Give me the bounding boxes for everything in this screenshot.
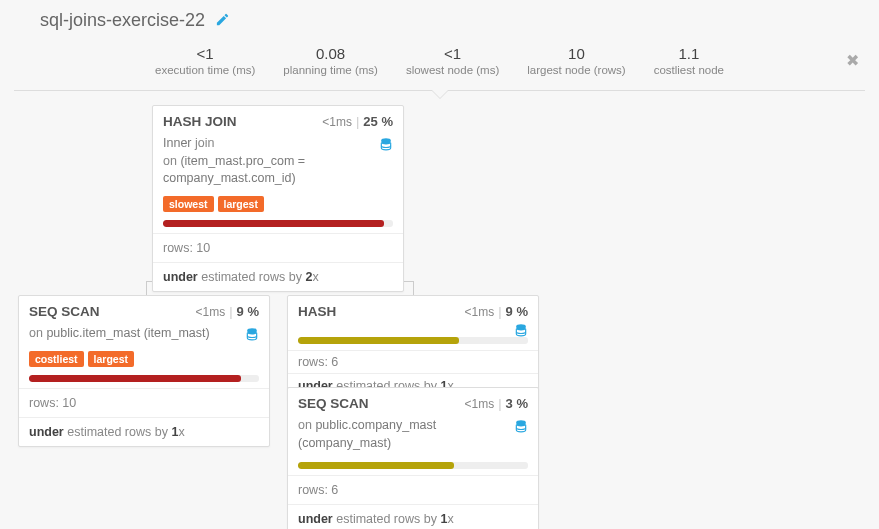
rows-info: rows: 6 bbox=[288, 351, 538, 373]
tag-slowest: slowest bbox=[163, 196, 214, 212]
node-title: SEQ SCAN bbox=[298, 396, 465, 411]
page-title: sql-joins-exercise-22 bbox=[40, 10, 205, 31]
metric-label: planning time (ms) bbox=[283, 64, 378, 76]
node-hash[interactable]: HASH <1ms | 9 % rows: 6 under estimated … bbox=[287, 295, 539, 400]
metric-label: slowest node (ms) bbox=[406, 64, 499, 76]
database-icon bbox=[245, 325, 259, 343]
connector bbox=[413, 281, 414, 295]
metric-value: 10 bbox=[527, 45, 625, 62]
tag-costliest: costliest bbox=[29, 351, 84, 367]
node-time: <1ms bbox=[322, 115, 352, 129]
plan-canvas: HASH JOIN <1ms | 25 % Inner join on (ite… bbox=[0, 91, 879, 521]
estimate-info: under estimated rows by 2x bbox=[153, 263, 403, 291]
metrics-bar: <1 execution time (ms) 0.08 planning tim… bbox=[14, 37, 865, 91]
metric-value: <1 bbox=[406, 45, 499, 62]
metric-value: 0.08 bbox=[283, 45, 378, 62]
database-icon bbox=[379, 135, 393, 153]
metric-costliest-node: 1.1 costliest node bbox=[654, 45, 724, 76]
rows-info: rows: 10 bbox=[19, 389, 269, 417]
database-icon bbox=[514, 321, 528, 339]
estimate-info: under estimated rows by 1x bbox=[19, 418, 269, 446]
node-seq-scan-item[interactable]: SEQ SCAN <1ms | 9 % on public.item_mast … bbox=[18, 295, 270, 447]
rows-info: rows: 10 bbox=[153, 234, 403, 262]
node-percent: 9 % bbox=[237, 304, 259, 319]
metric-value: <1 bbox=[155, 45, 255, 62]
header: sql-joins-exercise-22 bbox=[0, 0, 879, 37]
progress-bar bbox=[298, 462, 454, 469]
metric-label: execution time (ms) bbox=[155, 64, 255, 76]
node-percent: 25 % bbox=[363, 114, 393, 129]
close-icon[interactable]: ✖ bbox=[846, 51, 859, 70]
metric-slowest-node: <1 slowest node (ms) bbox=[406, 45, 499, 76]
metric-largest-node: 10 largest node (rows) bbox=[527, 45, 625, 76]
node-hash-join[interactable]: HASH JOIN <1ms | 25 % Inner join on (ite… bbox=[152, 105, 404, 292]
node-title: SEQ SCAN bbox=[29, 304, 196, 319]
node-seq-scan-company[interactable]: SEQ SCAN <1ms | 3 % on public.company_ma… bbox=[287, 387, 539, 529]
estimate-info: under estimated rows by 1x bbox=[288, 505, 538, 529]
metric-label: largest node (rows) bbox=[527, 64, 625, 76]
metric-label: costliest node bbox=[654, 64, 724, 76]
node-title: HASH JOIN bbox=[163, 114, 322, 129]
tag-largest: largest bbox=[88, 351, 134, 367]
node-time: <1ms bbox=[465, 305, 495, 319]
metric-value: 1.1 bbox=[654, 45, 724, 62]
metric-planning-time: 0.08 planning time (ms) bbox=[283, 45, 378, 76]
progress-bar bbox=[298, 337, 459, 344]
node-percent: 3 % bbox=[506, 396, 528, 411]
rows-info: rows: 6 bbox=[288, 476, 538, 504]
progress-bar bbox=[29, 375, 241, 382]
tag-largest: largest bbox=[218, 196, 264, 212]
node-time: <1ms bbox=[465, 397, 495, 411]
node-title: HASH bbox=[298, 304, 465, 319]
progress-bar bbox=[163, 220, 384, 227]
node-time: <1ms bbox=[196, 305, 226, 319]
node-percent: 9 % bbox=[506, 304, 528, 319]
edit-icon[interactable] bbox=[215, 12, 230, 30]
metric-execution-time: <1 execution time (ms) bbox=[155, 45, 255, 76]
database-icon bbox=[514, 417, 528, 435]
